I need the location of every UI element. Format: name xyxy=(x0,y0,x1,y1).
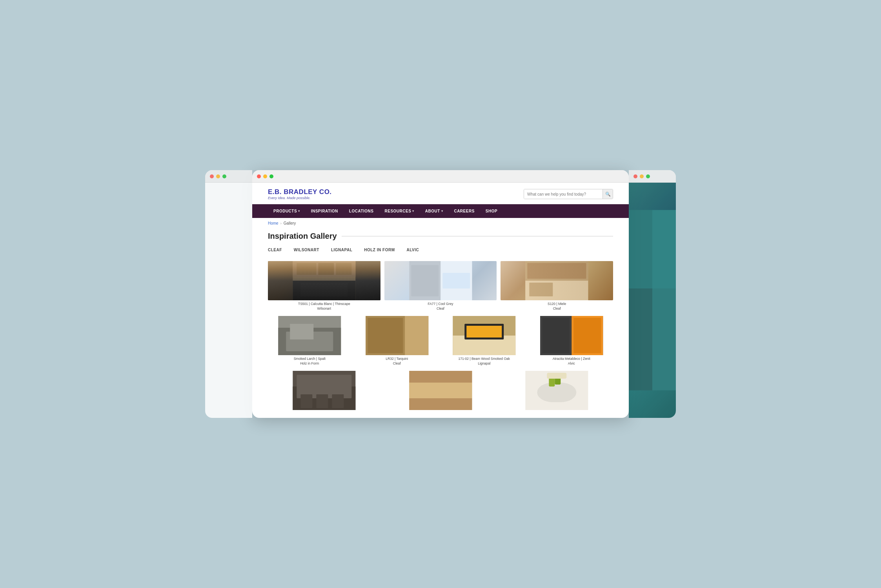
gallery-item-7[interactable]: Atracita Metaldeco | ZenitAlvic xyxy=(530,316,613,367)
filter-tab-lignapal[interactable]: LIGNAPAL xyxy=(331,248,352,253)
gallery-item-8[interactable] xyxy=(268,371,380,410)
svg-rect-51 xyxy=(629,210,676,289)
logo-title[interactable]: E.B. BRADLEY CO. xyxy=(268,188,332,196)
svg-rect-32 xyxy=(542,318,570,353)
gallery-image-1[interactable] xyxy=(268,261,380,300)
gallery-row-2: Smoked Larch | SpaltHolz in Form LR32 | … xyxy=(268,316,613,367)
site-header: E.B. BRADLEY CO. Every Idea. Made possib… xyxy=(252,183,629,204)
gallery-caption-7: Atracita Metaldeco | ZenitAlvic xyxy=(530,355,613,367)
svg-rect-38 xyxy=(316,394,328,408)
nav-item-about[interactable]: ABOUT ▾ xyxy=(420,204,449,218)
filter-tab-wilsonart[interactable]: WILSONART xyxy=(294,248,319,253)
svg-rect-2 xyxy=(297,263,316,275)
filter-tab-holzinform[interactable]: HOLZ IN FORM xyxy=(364,248,395,253)
svg-rect-41 xyxy=(409,383,472,398)
svg-rect-37 xyxy=(300,394,312,408)
logo-tagline: Every Idea. Made possible. xyxy=(268,196,332,200)
svg-rect-42 xyxy=(409,371,472,383)
svg-rect-11 xyxy=(442,273,470,289)
page-title: Inspiration Gallery xyxy=(268,232,337,241)
nav-item-locations[interactable]: LOCATIONS xyxy=(344,204,379,218)
svg-rect-33 xyxy=(573,318,601,353)
nav-item-shop[interactable]: SHOP xyxy=(480,204,503,218)
browser-window: E.B. BRADLEY CO. Every Idea. Made possib… xyxy=(252,170,629,418)
left-side-panel xyxy=(205,170,252,418)
page-title-row: Inspiration Gallery xyxy=(268,232,613,241)
filter-tab-alvic[interactable]: ALVIC xyxy=(406,248,419,253)
search-box[interactable]: 🔍 xyxy=(524,189,613,199)
svg-rect-15 xyxy=(526,281,588,300)
svg-rect-23 xyxy=(405,316,428,355)
nav-bar: PRODUCTS ▾ INSPIRATION LOCATIONS RESOURC… xyxy=(252,204,629,218)
gallery-item-5[interactable]: LR32 | TarquiniCleaf xyxy=(355,316,439,367)
title-divider xyxy=(342,236,613,236)
svg-rect-45 xyxy=(537,383,577,402)
filter-tab-cleaf[interactable]: CLEAF xyxy=(268,248,282,253)
gallery-caption-5: LR32 | TarquiniCleaf xyxy=(355,355,439,367)
gallery-image-2[interactable] xyxy=(384,261,497,300)
breadcrumb-home[interactable]: Home xyxy=(268,221,278,225)
breadcrumb: Home › Gallery xyxy=(252,218,629,229)
gallery-row-3 xyxy=(268,371,613,410)
svg-rect-6 xyxy=(300,283,348,296)
svg-rect-43 xyxy=(409,398,472,410)
svg-rect-3 xyxy=(318,263,334,275)
gallery-item-9[interactable] xyxy=(384,371,497,410)
gallery-caption-6: 171-02 | Beam Wood Smoked OakLignapal xyxy=(442,355,526,367)
gallery-item-1[interactable]: TS501 | Calcutta Blanc | ThinscapeWilson… xyxy=(268,261,380,312)
gallery-item-2[interactable]: FA77 | Cool GreyCleaf xyxy=(384,261,497,312)
nav-item-resources[interactable]: RESOURCES ▾ xyxy=(379,204,420,218)
gallery-caption-2: FA77 | Cool GreyCleaf xyxy=(384,300,497,312)
svg-rect-28 xyxy=(466,326,502,338)
search-button[interactable]: 🔍 xyxy=(603,189,613,199)
chrome-dot-yellow[interactable] xyxy=(263,174,267,178)
svg-rect-14 xyxy=(528,263,586,279)
gallery-caption-3: S120 | MieleCleaf xyxy=(501,300,613,312)
logo-area: E.B. BRADLEY CO. Every Idea. Made possib… xyxy=(268,188,332,200)
nav-item-inspiration[interactable]: INSPIRATION xyxy=(306,204,344,218)
gallery-item-6[interactable]: 171-02 | Beam Wood Smoked OakLignapal xyxy=(442,316,526,367)
right-side-panel xyxy=(629,170,676,418)
gallery-image-8[interactable] xyxy=(268,371,380,410)
browser-chrome xyxy=(252,170,629,183)
svg-rect-39 xyxy=(332,394,344,408)
gallery-item-4[interactable]: Smoked Larch | SpaltHolz in Form xyxy=(268,316,351,367)
products-chevron-icon: ▾ xyxy=(298,209,300,213)
svg-rect-0 xyxy=(293,261,355,300)
gallery-item-10[interactable] xyxy=(501,371,613,410)
search-input[interactable] xyxy=(524,189,603,199)
gallery-caption-4: Smoked Larch | SpaltHolz in Form xyxy=(268,355,351,367)
gallery-image-3[interactable] xyxy=(501,261,613,300)
svg-rect-5 xyxy=(293,281,355,300)
nav-item-products[interactable]: PRODUCTS ▾ xyxy=(268,204,306,218)
filter-tabs: CLEAF WILSONART LIGNAPAL HOLZ IN FORM AL… xyxy=(268,248,613,253)
about-chevron-icon: ▾ xyxy=(441,209,443,213)
gallery-row-1: TS501 | Calcutta Blanc | ThinscapeWilson… xyxy=(268,261,613,312)
gallery-image-10[interactable] xyxy=(501,371,613,410)
svg-rect-20 xyxy=(290,324,313,339)
svg-rect-48 xyxy=(547,373,567,379)
chrome-dot-red[interactable] xyxy=(257,174,261,178)
gallery-image-7[interactable] xyxy=(530,316,613,355)
resources-chevron-icon: ▾ xyxy=(412,209,414,213)
svg-rect-1 xyxy=(293,261,355,277)
gallery-caption-1: TS501 | Calcutta Blanc | ThinscapeWilson… xyxy=(268,300,380,312)
main-content: Inspiration Gallery CLEAF WILSONART LIGN… xyxy=(252,229,629,418)
breadcrumb-separator: › xyxy=(280,221,282,225)
gallery-image-5[interactable] xyxy=(355,316,439,355)
chrome-dot-green[interactable] xyxy=(269,174,273,178)
gallery-image-6[interactable] xyxy=(442,316,526,355)
gallery-image-9[interactable] xyxy=(384,371,497,410)
svg-rect-16 xyxy=(530,283,553,296)
svg-rect-24 xyxy=(368,318,403,353)
nav-item-careers[interactable]: CAREERS xyxy=(448,204,480,218)
svg-rect-12 xyxy=(526,261,588,300)
svg-rect-4 xyxy=(336,263,351,275)
breadcrumb-current: Gallery xyxy=(284,221,296,225)
gallery-item-3[interactable]: S120 | MieleCleaf xyxy=(501,261,613,312)
svg-rect-13 xyxy=(526,261,588,281)
svg-rect-10 xyxy=(411,265,439,296)
gallery-image-4[interactable] xyxy=(268,316,351,355)
